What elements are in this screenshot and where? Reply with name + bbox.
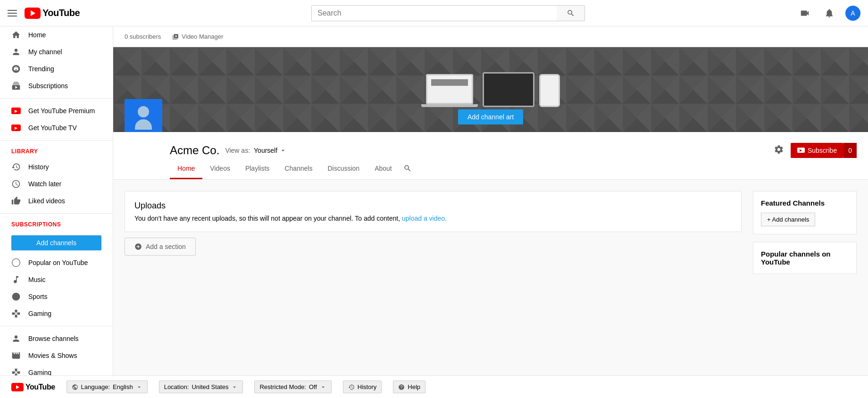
gaming-icon xyxy=(11,309,21,318)
library-divider xyxy=(0,140,113,141)
sidebar-label-trending: Trending xyxy=(28,65,54,73)
channel-banner: Add channel art xyxy=(113,47,868,132)
add-section-button[interactable]: Add a section xyxy=(125,238,196,256)
location-label: Location: xyxy=(164,383,189,390)
channel-stats-bar: 0 subscribers Video Manager xyxy=(113,26,868,47)
tab-videos[interactable]: Videos xyxy=(202,159,238,179)
channel-avatar xyxy=(125,99,162,132)
nav-divider xyxy=(0,98,113,99)
featured-channels-title: Featured Channels xyxy=(761,199,849,207)
tv-icon: ▶ xyxy=(11,123,21,133)
language-icon xyxy=(72,384,78,390)
add-channels-button[interactable]: Add channels xyxy=(11,235,101,250)
avatar[interactable]: A xyxy=(845,6,860,21)
device-laptop xyxy=(421,74,478,107)
sidebar-item-watchlater[interactable]: Watch later xyxy=(0,175,113,192)
tab-channels[interactable]: Channels xyxy=(277,159,320,179)
sidebar-item-tv[interactable]: ▶ Get YouTube TV xyxy=(0,119,113,136)
sidebar-item-browse[interactable]: Browse channels xyxy=(0,330,113,347)
tab-home[interactable]: Home xyxy=(170,159,202,179)
premium-icon: ▶ xyxy=(11,106,21,116)
sidebar-item-music[interactable]: Music xyxy=(0,271,113,288)
browse-divider xyxy=(0,326,113,326)
history-footer-button[interactable]: History xyxy=(343,381,382,393)
help-label: Help xyxy=(408,383,420,390)
sidebar-item-home[interactable]: Home xyxy=(0,26,113,43)
add-section-label: Add a section xyxy=(146,243,186,250)
popular-channels-card: Popular channels on YouTube xyxy=(753,242,857,274)
language-button[interactable]: Language: English xyxy=(67,381,148,393)
help-button[interactable]: Help xyxy=(393,381,426,393)
subscribe-count: 0 xyxy=(843,143,857,158)
restricted-mode-button[interactable]: Restricted Mode: Off xyxy=(254,381,331,393)
sidebar-item-liked[interactable]: Liked videos xyxy=(0,192,113,209)
footer-logo: YouTube xyxy=(11,383,55,391)
settings-button[interactable] xyxy=(771,141,787,159)
view-as-area: View as: Yourself xyxy=(225,147,287,154)
music-icon xyxy=(11,275,21,284)
subscribe-label: Subscribe xyxy=(808,147,837,154)
language-label: Language: xyxy=(81,383,110,390)
settings-icon xyxy=(774,144,784,155)
sidebar-label-history: History xyxy=(28,163,49,171)
avatar-silhouette xyxy=(135,106,152,130)
video-manager-button[interactable]: Video Manager xyxy=(168,31,227,42)
hamburger-menu[interactable] xyxy=(8,10,17,17)
video-manager-label: Video Manager xyxy=(182,33,223,40)
channel-content-area: Uploads You don't have any recent upload… xyxy=(113,180,868,285)
sidebar-item-trending[interactable]: Trending xyxy=(0,60,113,77)
add-channels-link[interactable]: + Add channels xyxy=(761,213,815,226)
help-icon xyxy=(398,384,405,390)
sidebar-label-watchlater: Watch later xyxy=(28,180,61,188)
uploads-title: Uploads xyxy=(134,201,732,211)
yt-logo-text: YouTube xyxy=(42,8,80,18)
restricted-value: Off xyxy=(309,383,317,390)
sidebar-label-browse: Browse channels xyxy=(28,335,79,342)
popular-icon xyxy=(11,258,21,267)
upload-video-link[interactable]: upload a video. xyxy=(402,215,447,222)
add-art-button[interactable]: Add channel art xyxy=(458,109,523,124)
camera-button[interactable] xyxy=(796,5,813,22)
tab-about[interactable]: About xyxy=(367,159,400,179)
library-section-title: LIBRARY xyxy=(0,144,113,158)
location-button[interactable]: Location: United States xyxy=(159,381,243,393)
uploads-description: You don't have any recent uploads, so th… xyxy=(134,215,732,222)
search-input[interactable] xyxy=(311,5,557,21)
tab-playlists[interactable]: Playlists xyxy=(238,159,277,179)
sidebar-item-movies[interactable]: Movies & Shows xyxy=(0,347,113,364)
uploads-section: Uploads You don't have any recent upload… xyxy=(125,191,742,232)
tab-search-icon xyxy=(403,164,412,173)
sidebar-label-popular: Popular on YouTube xyxy=(28,259,88,266)
search-button[interactable] xyxy=(557,5,585,21)
sidebar-label-tv: Get YouTube TV xyxy=(28,124,77,132)
sidebar-item-sports[interactable]: Sports xyxy=(0,288,113,305)
subscribe-yt-icon: ▶ xyxy=(797,148,805,153)
sidebar-item-gaming[interactable]: Gaming xyxy=(0,305,113,322)
sidebar-item-mychannel[interactable]: My channel xyxy=(0,43,113,60)
notifications-button[interactable] xyxy=(821,5,838,22)
sidebar-item-subscriptions[interactable]: Subscriptions xyxy=(0,77,113,94)
camera-icon xyxy=(800,8,810,18)
banner-devices xyxy=(421,72,560,107)
sidebar-item-history[interactable]: History xyxy=(0,158,113,175)
sidebar-label-home: Home xyxy=(28,31,46,39)
movies-icon xyxy=(11,351,21,360)
subscriptions-icon xyxy=(11,81,21,91)
sidebar-label-music: Music xyxy=(28,276,46,283)
subscribe-button[interactable]: ▶ Subscribe xyxy=(791,143,843,158)
search-icon xyxy=(567,9,575,17)
tab-search-button[interactable] xyxy=(403,164,412,174)
chevron-down-icon xyxy=(279,147,287,154)
view-as-value: Yourself xyxy=(254,147,277,154)
view-as-select[interactable]: Yourself xyxy=(254,147,287,154)
sidebar-item-premium[interactable]: ▶ Get YouTube Premium xyxy=(0,102,113,119)
device-tv xyxy=(483,72,534,107)
sidebar-item-popular[interactable]: Popular on YouTube xyxy=(0,254,113,271)
search-bar xyxy=(311,5,585,21)
tab-discussion[interactable]: Discussion xyxy=(320,159,367,179)
watch-later-icon xyxy=(11,179,21,189)
channel-page: 0 subscribers Video Manager xyxy=(113,26,868,323)
device-phone xyxy=(539,74,560,107)
footer: YouTube Language: English Location: Unit… xyxy=(0,375,868,398)
youtube-logo[interactable]: YouTube xyxy=(25,8,80,19)
